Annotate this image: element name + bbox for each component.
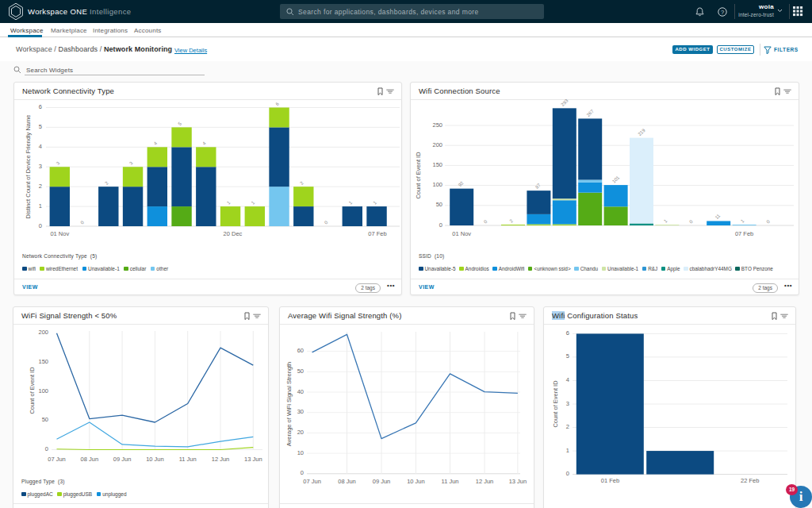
- svg-text:2: 2: [104, 180, 109, 186]
- svg-text:20 Dec: 20 Dec: [224, 230, 243, 237]
- svg-text:1: 1: [566, 447, 569, 454]
- svg-text:2: 2: [39, 183, 42, 190]
- svg-text:1: 1: [251, 200, 256, 206]
- svg-text:100: 100: [432, 181, 442, 188]
- svg-text:Distinct Count of Device Frien: Distinct Count of Device Friendly Name: [25, 115, 32, 219]
- svg-text:0: 0: [324, 220, 329, 225]
- svg-text:1: 1: [740, 218, 745, 224]
- svg-text:13 Jun: 13 Jun: [244, 456, 262, 463]
- svg-text:40: 40: [297, 388, 304, 395]
- svg-text:100: 100: [38, 387, 48, 394]
- svg-text:Count of Event ID: Count of Event ID: [29, 367, 36, 414]
- svg-text:01 Feb: 01 Feb: [601, 477, 619, 484]
- svg-text:50: 50: [436, 201, 442, 208]
- svg-text:0: 0: [39, 222, 42, 229]
- svg-text:12 Jun: 12 Jun: [212, 456, 230, 463]
- svg-text:Count of Event ID: Count of Event ID: [552, 380, 559, 428]
- svg-text:1: 1: [373, 200, 378, 206]
- svg-text:50: 50: [42, 416, 48, 423]
- svg-text:4: 4: [201, 140, 207, 146]
- svg-text:0: 0: [301, 469, 304, 476]
- svg-text:1: 1: [663, 218, 668, 224]
- svg-text:1: 1: [39, 202, 42, 210]
- svg-text:13 Jun: 13 Jun: [509, 478, 527, 485]
- svg-text:10 Jun: 10 Jun: [146, 456, 164, 463]
- svg-text:Average of WiFi Signal Strengt: Average of WiFi Signal Strength: [285, 362, 293, 447]
- svg-text:5: 5: [566, 352, 569, 360]
- svg-text:5: 5: [178, 121, 183, 126]
- svg-text:07 Jun: 07 Jun: [48, 456, 66, 463]
- svg-text:0: 0: [765, 219, 771, 225]
- svg-text:267: 267: [586, 108, 596, 117]
- svg-text:219: 219: [637, 128, 646, 137]
- svg-text:250: 250: [432, 121, 442, 129]
- svg-text:1: 1: [348, 200, 354, 206]
- svg-text:12 Jun: 12 Jun: [476, 478, 494, 485]
- svg-text:3: 3: [128, 160, 134, 166]
- svg-text:0: 0: [439, 221, 442, 229]
- svg-text:3: 3: [39, 163, 42, 170]
- svg-text:07 Jun: 07 Jun: [303, 478, 321, 485]
- svg-text:60: 60: [297, 347, 304, 354]
- svg-text:07 Feb: 07 Feb: [735, 230, 753, 237]
- svg-text:4: 4: [566, 376, 569, 383]
- svg-text:6: 6: [39, 103, 42, 110]
- svg-text:87: 87: [534, 182, 542, 189]
- svg-text:10: 10: [297, 449, 304, 456]
- svg-text:20: 20: [297, 429, 304, 436]
- svg-text:4: 4: [153, 140, 159, 146]
- svg-text:22 Feb: 22 Feb: [741, 477, 759, 484]
- svg-text:150: 150: [38, 358, 48, 365]
- svg-text:50: 50: [297, 368, 304, 375]
- svg-text:?: ?: [721, 8, 724, 15]
- svg-text:11 Jun: 11 Jun: [442, 478, 459, 485]
- svg-text:6: 6: [275, 101, 281, 106]
- svg-text:11 Jun: 11 Jun: [179, 456, 197, 463]
- svg-text:0: 0: [45, 445, 48, 452]
- svg-text:3: 3: [566, 400, 569, 407]
- svg-text:0: 0: [688, 219, 694, 225]
- svg-text:293: 293: [560, 98, 569, 107]
- svg-text:3: 3: [56, 160, 61, 166]
- svg-text:200: 200: [432, 141, 442, 148]
- svg-text:4: 4: [39, 143, 42, 150]
- svg-text:0: 0: [566, 470, 569, 477]
- svg-text:150: 150: [432, 161, 442, 168]
- svg-text:Count of Event ID: Count of Event ID: [415, 152, 422, 199]
- svg-text:10 Jun: 10 Jun: [407, 478, 425, 485]
- svg-text:09 Jun: 09 Jun: [373, 478, 391, 485]
- svg-text:5: 5: [39, 123, 42, 130]
- svg-text:92: 92: [458, 180, 465, 187]
- svg-text:2: 2: [566, 423, 569, 430]
- svg-text:0: 0: [79, 220, 85, 225]
- svg-text:101: 101: [611, 175, 621, 184]
- svg-text:01 Nov: 01 Nov: [50, 230, 69, 237]
- svg-text:6: 6: [566, 329, 569, 337]
- svg-text:2: 2: [299, 180, 304, 186]
- svg-text:0: 0: [483, 219, 488, 225]
- svg-text:09 Jun: 09 Jun: [113, 456, 132, 463]
- svg-text:30: 30: [297, 408, 304, 415]
- svg-text:200: 200: [38, 329, 48, 336]
- svg-text:01 Nov: 01 Nov: [452, 230, 471, 237]
- svg-text:08 Jun: 08 Jun: [338, 478, 356, 485]
- svg-text:1: 1: [226, 200, 232, 206]
- svg-text:11: 11: [714, 213, 722, 220]
- svg-text:08 Jun: 08 Jun: [81, 456, 99, 463]
- svg-text:2: 2: [508, 218, 514, 224]
- svg-text:07 Feb: 07 Feb: [368, 230, 386, 237]
